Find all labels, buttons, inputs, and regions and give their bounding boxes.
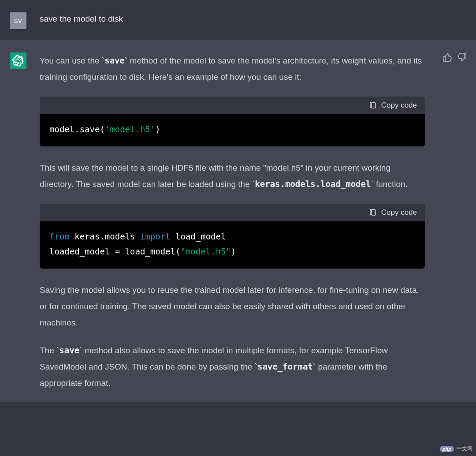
assistant-content: You can use the `save` method of the mod…: [40, 51, 425, 391]
code-block-2: Copy code from keras.models import load_…: [40, 204, 425, 269]
thumbs-down-icon: [457, 52, 467, 62]
code-body: model.save('model.h5'): [40, 114, 425, 146]
copy-code-label: Copy code: [381, 208, 417, 217]
clipboard-icon: [369, 209, 377, 217]
copy-code-button[interactable]: Copy code: [369, 101, 417, 110]
feedback-buttons: [443, 51, 467, 62]
user-message-inner: SV save the model to disk: [0, 0, 476, 40]
user-initials: SV: [14, 18, 22, 24]
assistant-message-row: You can use the `save` method of the mod…: [0, 40, 476, 402]
assistant-message-inner: You can use the `save` method of the mod…: [0, 40, 476, 402]
assistant-paragraph-1: You can use the `save` method of the mod…: [40, 52, 425, 85]
inline-code-save: save: [59, 345, 79, 355]
inline-code-save-format: save_format: [257, 362, 313, 371]
inline-code-load-model: keras.models.load_model: [255, 179, 371, 189]
assistant-paragraph-3: Saving the model allows you to reuse the…: [40, 282, 425, 331]
code-text: loaded_model = load_model(: [49, 247, 180, 256]
thumbs-down-button[interactable]: [457, 52, 467, 62]
code-keyword: from: [49, 232, 70, 241]
svg-rect-1: [372, 210, 376, 215]
text-fragment: You can use the: [40, 56, 102, 65]
text-fragment: The: [40, 346, 56, 355]
openai-logo-icon: [12, 55, 24, 67]
copy-code-label: Copy code: [381, 101, 417, 110]
code-text: ): [231, 247, 236, 256]
code-block-header: Copy code: [40, 204, 425, 221]
user-content: save the model to disk: [40, 11, 467, 26]
user-message-row: SV save the model to disk: [0, 0, 476, 40]
copy-code-button[interactable]: Copy code: [369, 208, 417, 217]
assistant-paragraph-2: This will save the model to a single HDF…: [40, 160, 425, 192]
code-text: load_model: [171, 232, 226, 241]
code-text: model.save(: [49, 124, 105, 134]
code-block-1: Copy code model.save('model.h5'): [40, 97, 425, 146]
clipboard-icon: [369, 101, 377, 109]
code-string: 'model.h5': [105, 124, 155, 134]
code-body: from keras.models import load_model load…: [40, 221, 425, 269]
thumbs-up-button[interactable]: [443, 52, 452, 62]
inline-code-save: save: [104, 56, 125, 65]
svg-rect-0: [372, 103, 376, 108]
thumbs-up-icon: [443, 52, 452, 62]
code-text: keras.models: [70, 232, 140, 241]
code-keyword: import: [140, 232, 171, 241]
assistant-paragraph-4: The `save` method also allows to save th…: [40, 342, 425, 391]
user-avatar: SV: [10, 12, 26, 29]
code-block-header: Copy code: [40, 97, 425, 114]
user-message-text: save the model to disk: [40, 12, 467, 26]
code-text: ): [155, 124, 160, 134]
assistant-avatar: [10, 52, 26, 69]
text-fragment: function.: [374, 179, 408, 189]
code-string: "model.h5": [180, 247, 231, 256]
